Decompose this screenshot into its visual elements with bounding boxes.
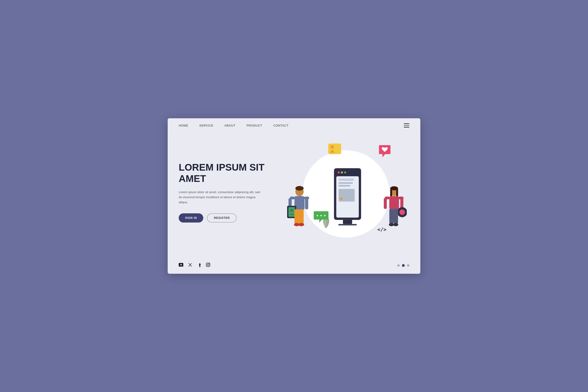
pagination-dot-3[interactable]: [407, 264, 409, 266]
svg-point-28: [393, 223, 398, 226]
svg-point-1: [296, 186, 304, 190]
svg-point-24: [400, 210, 405, 215]
svg-point-9: [290, 209, 293, 212]
monitor-line-1: [338, 182, 353, 184]
svg-rect-10: [294, 209, 299, 224]
svg-rect-11: [299, 209, 304, 224]
svg-rect-18: [389, 196, 399, 210]
image-dot: [340, 197, 343, 200]
svg-point-30: [320, 215, 322, 216]
pagination-dot-1[interactable]: [397, 264, 400, 266]
monitor-foot: [338, 224, 357, 225]
heart-bubble: [378, 145, 392, 159]
svg-point-35: [207, 264, 209, 266]
hero-buttons: SIGN IN REGISTER: [179, 213, 282, 222]
dot-red: [338, 171, 340, 174]
svg-rect-26: [394, 209, 398, 224]
monitor-header-bar: [338, 178, 354, 181]
svg-point-36: [209, 264, 210, 264]
nav-item-home[interactable]: HOME: [179, 123, 188, 128]
pagination-dots: [397, 264, 409, 267]
twitter-icon[interactable]: [188, 263, 192, 268]
svg-point-13: [298, 223, 304, 226]
nav-item-contact[interactable]: CONTACT: [273, 123, 288, 128]
hero-title: LOREM IPSUM SIT AMET: [179, 162, 282, 184]
svg-rect-20: [384, 198, 387, 209]
dot-yellow: [341, 171, 343, 174]
hero-description: Lorem ipsum dolor sit amet, consectetur …: [179, 190, 264, 205]
monitor-line-2: [338, 185, 350, 186]
instagram-icon[interactable]: [206, 262, 210, 268]
pagination-dot-2[interactable]: [402, 264, 405, 267]
svg-point-27: [389, 223, 394, 226]
svg-rect-6: [305, 198, 308, 210]
monitor-bottom-section: [338, 189, 356, 202]
monitor-container: [334, 168, 361, 225]
social-icons: [179, 262, 210, 268]
person-left: [286, 185, 314, 236]
code-tag: </>: [378, 227, 386, 232]
svg-rect-25: [389, 209, 394, 224]
hero-section: LOREM IPSUM SIT AMET Lorem ipsum dolor s…: [168, 132, 420, 259]
hero-illustration: </>: [282, 140, 409, 245]
signin-button[interactable]: SIGN IN: [179, 213, 203, 222]
nav-links: HOME SERVICE ABOUT PRODUCT CONTACT: [179, 123, 288, 128]
monitor-base: [343, 220, 352, 224]
nav-item-about[interactable]: ABOUT: [224, 123, 236, 128]
navbar: HOME SERVICE ABOUT PRODUCT CONTACT: [168, 118, 420, 132]
hero-text-block: LOREM IPSUM SIT AMET Lorem ipsum dolor s…: [179, 162, 282, 222]
float-image-icon: [328, 144, 341, 154]
monitor-screen: [334, 168, 361, 220]
nav-item-product[interactable]: PRODUCT: [246, 123, 262, 128]
monitor-content: [336, 176, 359, 218]
chat-bubble: [313, 211, 329, 224]
landing-page: HOME SERVICE ABOUT PRODUCT CONTACT LOREM…: [168, 118, 420, 274]
register-button[interactable]: REGISTER: [207, 213, 236, 222]
nav-item-service[interactable]: SERVICE: [199, 123, 214, 128]
svg-point-31: [324, 215, 326, 216]
facebook-icon[interactable]: [197, 262, 201, 268]
dot-green: [344, 171, 346, 174]
youtube-icon[interactable]: [179, 263, 183, 268]
page-footer: [168, 259, 420, 274]
svg-point-29: [317, 215, 318, 216]
monitor-image-placeholder: [338, 189, 355, 202]
monitor-top-bar: [336, 170, 359, 174]
hamburger-menu[interactable]: [404, 123, 409, 128]
